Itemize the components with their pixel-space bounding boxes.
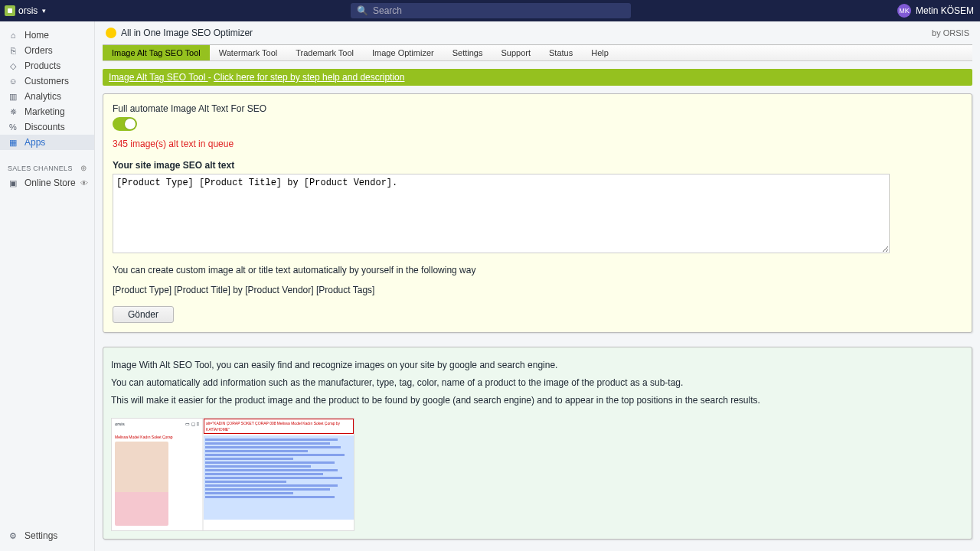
tab-image-alt-tag[interactable]: Image Alt Tag SEO Tool <box>103 45 210 60</box>
orders-icon: ⎘ <box>8 45 18 56</box>
app-header: All in One Image SEO Optimizer by ORSIS <box>103 21 972 44</box>
textarea-label: Your site image SEO alt text <box>113 160 962 171</box>
add-channel-icon[interactable]: ⊕ <box>80 164 87 172</box>
products-icon: ◇ <box>8 60 18 71</box>
tab-image-optimizer[interactable]: Image Optimizer <box>363 45 443 60</box>
label: Orders <box>24 45 53 56</box>
label: Products <box>24 60 60 71</box>
seo-panel: Full automate Image Alt Text For SEO 345… <box>103 93 972 333</box>
sidebar-item-marketing[interactable]: ✵Marketing <box>0 104 94 119</box>
store-icon: ▣ <box>8 178 18 188</box>
sidebar-item-online-store[interactable]: ▣ Online Store 👁 <box>0 175 94 191</box>
label: Settings <box>24 530 57 541</box>
apps-icon: ▦ <box>8 137 18 148</box>
tab-trademark[interactable]: Trademark Tool <box>286 45 363 60</box>
sidebar-item-orders[interactable]: ⎘Orders <box>0 43 94 58</box>
search-placeholder: Search <box>373 5 402 16</box>
search-input[interactable]: 🔍 Search <box>351 3 631 18</box>
analytics-icon: ▥ <box>8 91 18 102</box>
submit-button[interactable]: Gönder <box>113 306 174 323</box>
content: All in One Image SEO Optimizer by ORSIS … <box>95 21 980 551</box>
automate-toggle[interactable] <box>113 117 137 131</box>
bulb-icon <box>106 28 116 38</box>
info-p1: Image With Alt SEO Tool, you can easily … <box>111 358 964 373</box>
topbar-right: MK Metin KÖSEM <box>897 4 974 18</box>
banner-help-link[interactable]: Click here for step by step help and des… <box>214 72 404 83</box>
app-byline: by ORSIS <box>932 28 969 37</box>
sidebar-item-home[interactable]: ⌂Home <box>0 28 94 43</box>
nav-primary: ⌂Home ⎘Orders ◇Products ☺Customers ▥Anal… <box>0 28 94 150</box>
banner-title: Image Alt Tag SEO Tool <box>109 72 208 83</box>
sidebar-item-products[interactable]: ◇Products <box>0 58 94 73</box>
label: Apps <box>24 137 45 148</box>
label: Online Store <box>24 178 76 188</box>
tab-support[interactable]: Support <box>492 45 540 60</box>
toggle-label: Full automate Image Alt Text For SEO <box>113 103 962 114</box>
queue-status: 345 image(s) alt text in queue <box>113 139 962 149</box>
label: Marketing <box>24 106 65 117</box>
tab-settings[interactable]: Settings <box>443 45 492 60</box>
shopify-logo-icon <box>5 5 15 16</box>
info-p2: You can automatically add information su… <box>111 376 964 390</box>
tab-watermark[interactable]: Watermark Tool <box>210 45 286 60</box>
view-store-icon[interactable]: 👁 <box>80 179 88 187</box>
tab-help[interactable]: Help <box>582 45 618 60</box>
section-label: SALES CHANNELS <box>8 165 73 172</box>
sidebar-item-settings[interactable]: ⚙Settings <box>0 528 94 543</box>
sidebar-bottom: ⚙Settings <box>0 528 94 543</box>
app-title: All in One Image SEO Optimizer <box>121 28 253 38</box>
search-icon: 🔍 <box>357 5 368 16</box>
customers-icon: ☺ <box>8 76 18 86</box>
avatar[interactable]: MK <box>897 4 911 18</box>
gear-icon: ⚙ <box>8 530 18 541</box>
sidebar-item-discounts[interactable]: %Discounts <box>0 119 94 135</box>
label: Home <box>24 30 49 41</box>
sidebar-item-analytics[interactable]: ▥Analytics <box>0 89 94 104</box>
home-icon: ⌂ <box>8 30 18 41</box>
discounts-icon: % <box>8 122 18 132</box>
sidebar-item-customers[interactable]: ☺Customers <box>0 73 94 89</box>
sidebar-item-apps[interactable]: ▦Apps <box>0 135 94 150</box>
user-name[interactable]: Metin KÖSEM <box>916 5 974 16</box>
help-banner: Image Alt Tag SEO Tool - Click here for … <box>103 69 972 86</box>
label: Customers <box>24 76 69 86</box>
alt-text-input[interactable] <box>113 174 890 253</box>
info-panel: Image With Alt SEO Tool, you can easily … <box>103 347 972 540</box>
hint-line: You can create custom image alt or title… <box>113 265 962 276</box>
sample-screenshot: orsis▭ ◻ ≡ Melissa Model Kadın Soket Çor… <box>111 418 354 531</box>
top-bar: orsis ▾ 🔍 Search MK Metin KÖSEM <box>0 0 980 21</box>
marketing-icon: ✵ <box>8 106 18 117</box>
sidebar-section-sales-channels: SALES CHANNELS ⊕ <box>0 150 94 175</box>
topbar-left: orsis ▾ <box>0 5 46 16</box>
sidebar: ⌂Home ⎘Orders ◇Products ☺Customers ▥Anal… <box>0 21 95 551</box>
app-tabs: Image Alt Tag SEO Tool Watermark Tool Tr… <box>103 44 972 61</box>
chevron-down-icon[interactable]: ▾ <box>42 7 46 15</box>
label: Discounts <box>24 122 65 132</box>
info-p3: This will make it easier for the product… <box>111 393 964 408</box>
shop-name[interactable]: orsis <box>18 5 38 16</box>
tab-status[interactable]: Status <box>540 45 582 60</box>
label: Analytics <box>24 91 61 102</box>
template-line: [Product Type] [Product Title] by [Produ… <box>113 285 962 295</box>
